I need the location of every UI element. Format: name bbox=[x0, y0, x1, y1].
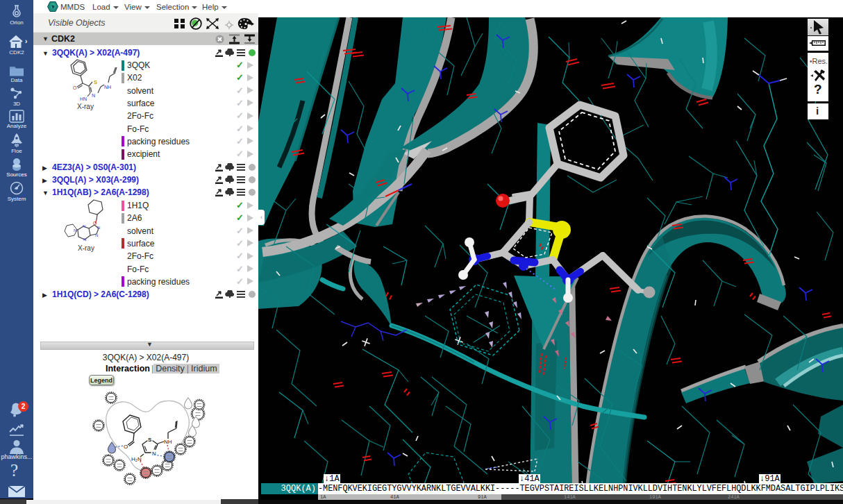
svg-text:N: N bbox=[97, 226, 100, 230]
svg-text:S: S bbox=[94, 79, 97, 85]
svg-text:N: N bbox=[152, 451, 156, 457]
svg-text:N: N bbox=[74, 228, 76, 233]
svg-text:N: N bbox=[83, 224, 85, 228]
svg-text:NH: NH bbox=[104, 85, 111, 90]
svg-text:O: O bbox=[73, 85, 77, 90]
svg-text:N: N bbox=[95, 233, 98, 237]
svg-text:O: O bbox=[93, 221, 97, 226]
svg-text:NH: NH bbox=[164, 439, 172, 445]
svg-text:HN: HN bbox=[80, 96, 87, 101]
svg-text:N: N bbox=[92, 93, 95, 98]
svg-text:N: N bbox=[83, 237, 86, 242]
svg-text:S: S bbox=[148, 437, 152, 443]
svg-text:O: O bbox=[124, 444, 128, 450]
